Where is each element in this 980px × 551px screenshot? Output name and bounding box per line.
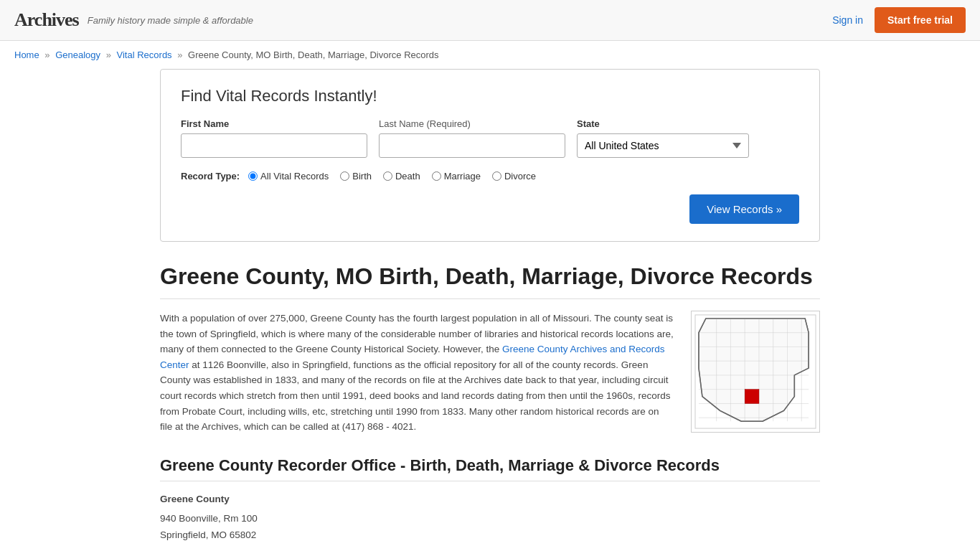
breadcrumb-sep-2: » bbox=[106, 50, 111, 60]
rt-divorce-label[interactable]: Divorce bbox=[492, 171, 536, 182]
rt-all-radio[interactable] bbox=[248, 171, 258, 181]
breadcrumb-current: Greene County, MO Birth, Death, Marriage… bbox=[188, 50, 438, 60]
record-type-row: Record Type: All Vital Records Birth Dea… bbox=[181, 171, 799, 182]
page-title: Greene County, MO Birth, Death, Marriage… bbox=[160, 263, 820, 299]
rt-marriage-radio[interactable] bbox=[432, 171, 441, 181]
map-container bbox=[691, 311, 820, 435]
rt-all-vital-label[interactable]: All Vital Records bbox=[248, 171, 329, 182]
state-label: State bbox=[577, 118, 749, 129]
last-name-group: Last Name (Required) bbox=[379, 118, 565, 158]
view-records-row: View Records » bbox=[181, 194, 799, 224]
description-paragraph: With a population of over 275,000, Green… bbox=[160, 311, 674, 435]
breadcrumb-vital-records[interactable]: Vital Records bbox=[117, 50, 172, 60]
search-box: Find Vital Records Instantly! First Name… bbox=[160, 69, 820, 242]
rt-death-label[interactable]: Death bbox=[383, 171, 420, 182]
rt-death-radio[interactable] bbox=[383, 171, 392, 181]
site-tagline: Family history made simple & affordable bbox=[88, 15, 253, 26]
record-type-label: Record Type: bbox=[181, 171, 240, 182]
breadcrumb-sep-3: » bbox=[177, 50, 182, 60]
archives-link[interactable]: Greene County Archives and Records Cente… bbox=[160, 344, 665, 370]
content-section: With a population of over 275,000, Green… bbox=[160, 311, 820, 435]
rt-marriage-text: Marriage bbox=[444, 171, 481, 182]
search-title: Find Vital Records Instantly! bbox=[181, 87, 799, 105]
rt-divorce-text: Divorce bbox=[504, 171, 536, 182]
office-address: Greene County 940 Boonville, Rm 100 Spri… bbox=[160, 491, 820, 544]
last-name-input[interactable] bbox=[379, 133, 565, 158]
breadcrumb-sep-1: » bbox=[44, 50, 50, 60]
rt-birth-text: Birth bbox=[352, 171, 372, 182]
sub-section-title: Greene County Recorder Office - Birth, D… bbox=[160, 456, 820, 481]
signin-link[interactable]: Sign in bbox=[832, 14, 863, 26]
first-name-group: First Name bbox=[181, 118, 367, 158]
search-fields-row: First Name Last Name (Required) State Al… bbox=[181, 118, 799, 158]
office-name: Greene County bbox=[160, 491, 820, 508]
start-trial-button[interactable]: Start free trial bbox=[875, 7, 966, 33]
rt-marriage-label[interactable]: Marriage bbox=[432, 171, 481, 182]
site-header: Archives Family history made simple & af… bbox=[0, 0, 980, 41]
rt-all-text: All Vital Records bbox=[260, 171, 329, 182]
header-left: Archives Family history made simple & af… bbox=[14, 9, 253, 31]
address-line1: 940 Boonville, Rm 100 bbox=[160, 513, 258, 524]
rt-birth-radio[interactable] bbox=[340, 171, 349, 181]
main-content: Find Vital Records Instantly! First Name… bbox=[146, 69, 834, 551]
header-right: Sign in Start free trial bbox=[832, 7, 966, 33]
first-name-input[interactable] bbox=[181, 133, 367, 158]
breadcrumb-home[interactable]: Home bbox=[14, 50, 39, 60]
last-name-label: Last Name (Required) bbox=[379, 118, 565, 129]
missouri-map bbox=[691, 311, 820, 433]
rt-birth-label[interactable]: Birth bbox=[340, 171, 372, 182]
breadcrumb: Home » Genealogy » Vital Records » Green… bbox=[0, 41, 980, 69]
state-select[interactable]: All United States Alabama Alaska Missour… bbox=[577, 133, 749, 158]
rt-death-text: Death bbox=[395, 171, 420, 182]
description-text: With a population of over 275,000, Green… bbox=[160, 311, 674, 435]
rt-divorce-radio[interactable] bbox=[492, 171, 501, 181]
breadcrumb-genealogy[interactable]: Genealogy bbox=[55, 50, 100, 60]
view-records-button[interactable]: View Records » bbox=[689, 194, 799, 224]
svg-rect-16 bbox=[745, 390, 759, 404]
address-line2: Springfield, MO 65802 bbox=[160, 529, 256, 540]
site-logo: Archives bbox=[14, 9, 79, 31]
sub-section-recorder: Greene County Recorder Office - Birth, D… bbox=[160, 456, 820, 544]
first-name-label: First Name bbox=[181, 118, 367, 129]
state-group: State All United States Alabama Alaska M… bbox=[577, 118, 749, 158]
